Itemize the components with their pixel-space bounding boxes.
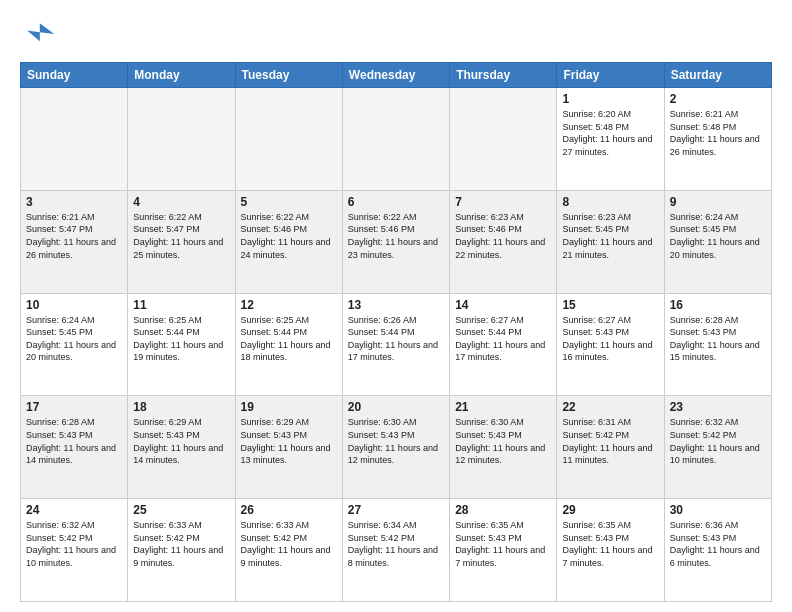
sunset-label: Sunset: 5:47 PM bbox=[26, 224, 93, 234]
sunset-label: Sunset: 5:45 PM bbox=[562, 224, 629, 234]
sunset-label: Sunset: 5:44 PM bbox=[241, 327, 308, 337]
day-info: Sunrise: 6:23 AM Sunset: 5:45 PM Dayligh… bbox=[562, 211, 658, 261]
day-info: Sunrise: 6:35 AM Sunset: 5:43 PM Dayligh… bbox=[562, 519, 658, 569]
logo bbox=[20, 16, 60, 52]
calendar-cell: 25 Sunrise: 6:33 AM Sunset: 5:42 PM Dayl… bbox=[128, 499, 235, 602]
daylight-label: Daylight: 11 hours and 8 minutes. bbox=[348, 545, 438, 568]
sunrise-label: Sunrise: 6:33 AM bbox=[133, 520, 202, 530]
weekday-header: Tuesday bbox=[235, 63, 342, 88]
day-info: Sunrise: 6:31 AM Sunset: 5:42 PM Dayligh… bbox=[562, 416, 658, 466]
daylight-label: Daylight: 11 hours and 13 minutes. bbox=[241, 443, 331, 466]
daylight-label: Daylight: 11 hours and 15 minutes. bbox=[670, 340, 760, 363]
day-number: 15 bbox=[562, 298, 658, 312]
sunset-label: Sunset: 5:44 PM bbox=[348, 327, 415, 337]
daylight-label: Daylight: 11 hours and 10 minutes. bbox=[26, 545, 116, 568]
calendar-cell: 19 Sunrise: 6:29 AM Sunset: 5:43 PM Dayl… bbox=[235, 396, 342, 499]
day-number: 22 bbox=[562, 400, 658, 414]
daylight-label: Daylight: 11 hours and 14 minutes. bbox=[26, 443, 116, 466]
day-info: Sunrise: 6:30 AM Sunset: 5:43 PM Dayligh… bbox=[455, 416, 551, 466]
day-info: Sunrise: 6:22 AM Sunset: 5:46 PM Dayligh… bbox=[241, 211, 337, 261]
day-number: 2 bbox=[670, 92, 766, 106]
calendar-cell: 21 Sunrise: 6:30 AM Sunset: 5:43 PM Dayl… bbox=[450, 396, 557, 499]
sunset-label: Sunset: 5:42 PM bbox=[562, 430, 629, 440]
calendar-table: SundayMondayTuesdayWednesdayThursdayFrid… bbox=[20, 62, 772, 602]
day-number: 1 bbox=[562, 92, 658, 106]
sunset-label: Sunset: 5:45 PM bbox=[26, 327, 93, 337]
calendar-cell: 11 Sunrise: 6:25 AM Sunset: 5:44 PM Dayl… bbox=[128, 293, 235, 396]
sunset-label: Sunset: 5:46 PM bbox=[348, 224, 415, 234]
calendar-cell: 1 Sunrise: 6:20 AM Sunset: 5:48 PM Dayli… bbox=[557, 88, 664, 191]
sunset-label: Sunset: 5:42 PM bbox=[670, 430, 737, 440]
calendar-cell bbox=[235, 88, 342, 191]
weekday-header: Friday bbox=[557, 63, 664, 88]
day-info: Sunrise: 6:23 AM Sunset: 5:46 PM Dayligh… bbox=[455, 211, 551, 261]
day-info: Sunrise: 6:22 AM Sunset: 5:47 PM Dayligh… bbox=[133, 211, 229, 261]
calendar-week: 17 Sunrise: 6:28 AM Sunset: 5:43 PM Dayl… bbox=[21, 396, 772, 499]
day-number: 12 bbox=[241, 298, 337, 312]
daylight-label: Daylight: 11 hours and 26 minutes. bbox=[26, 237, 116, 260]
day-number: 8 bbox=[562, 195, 658, 209]
sunrise-label: Sunrise: 6:30 AM bbox=[348, 417, 417, 427]
day-info: Sunrise: 6:28 AM Sunset: 5:43 PM Dayligh… bbox=[670, 314, 766, 364]
day-number: 11 bbox=[133, 298, 229, 312]
day-number: 16 bbox=[670, 298, 766, 312]
day-number: 9 bbox=[670, 195, 766, 209]
sunset-label: Sunset: 5:44 PM bbox=[455, 327, 522, 337]
calendar-week: 1 Sunrise: 6:20 AM Sunset: 5:48 PM Dayli… bbox=[21, 88, 772, 191]
daylight-label: Daylight: 11 hours and 16 minutes. bbox=[562, 340, 652, 363]
sunset-label: Sunset: 5:45 PM bbox=[670, 224, 737, 234]
calendar-cell: 28 Sunrise: 6:35 AM Sunset: 5:43 PM Dayl… bbox=[450, 499, 557, 602]
calendar-cell: 2 Sunrise: 6:21 AM Sunset: 5:48 PM Dayli… bbox=[664, 88, 771, 191]
sunset-label: Sunset: 5:43 PM bbox=[562, 327, 629, 337]
day-info: Sunrise: 6:26 AM Sunset: 5:44 PM Dayligh… bbox=[348, 314, 444, 364]
day-number: 5 bbox=[241, 195, 337, 209]
daylight-label: Daylight: 11 hours and 11 minutes. bbox=[562, 443, 652, 466]
sunset-label: Sunset: 5:42 PM bbox=[241, 533, 308, 543]
sunrise-label: Sunrise: 6:29 AM bbox=[133, 417, 202, 427]
day-number: 13 bbox=[348, 298, 444, 312]
sunset-label: Sunset: 5:43 PM bbox=[26, 430, 93, 440]
daylight-label: Daylight: 11 hours and 7 minutes. bbox=[455, 545, 545, 568]
sunrise-label: Sunrise: 6:35 AM bbox=[455, 520, 524, 530]
calendar-cell: 5 Sunrise: 6:22 AM Sunset: 5:46 PM Dayli… bbox=[235, 190, 342, 293]
day-info: Sunrise: 6:21 AM Sunset: 5:47 PM Dayligh… bbox=[26, 211, 122, 261]
day-info: Sunrise: 6:33 AM Sunset: 5:42 PM Dayligh… bbox=[241, 519, 337, 569]
sunset-label: Sunset: 5:44 PM bbox=[133, 327, 200, 337]
sunrise-label: Sunrise: 6:32 AM bbox=[670, 417, 739, 427]
day-number: 27 bbox=[348, 503, 444, 517]
calendar-cell: 17 Sunrise: 6:28 AM Sunset: 5:43 PM Dayl… bbox=[21, 396, 128, 499]
sunset-label: Sunset: 5:43 PM bbox=[670, 327, 737, 337]
daylight-label: Daylight: 11 hours and 18 minutes. bbox=[241, 340, 331, 363]
sunrise-label: Sunrise: 6:22 AM bbox=[133, 212, 202, 222]
sunrise-label: Sunrise: 6:27 AM bbox=[455, 315, 524, 325]
sunset-label: Sunset: 5:48 PM bbox=[562, 122, 629, 132]
calendar-cell: 12 Sunrise: 6:25 AM Sunset: 5:44 PM Dayl… bbox=[235, 293, 342, 396]
sunrise-label: Sunrise: 6:32 AM bbox=[26, 520, 95, 530]
day-info: Sunrise: 6:20 AM Sunset: 5:48 PM Dayligh… bbox=[562, 108, 658, 158]
daylight-label: Daylight: 11 hours and 7 minutes. bbox=[562, 545, 652, 568]
day-number: 23 bbox=[670, 400, 766, 414]
day-info: Sunrise: 6:27 AM Sunset: 5:43 PM Dayligh… bbox=[562, 314, 658, 364]
calendar-cell: 22 Sunrise: 6:31 AM Sunset: 5:42 PM Dayl… bbox=[557, 396, 664, 499]
header bbox=[20, 16, 772, 52]
day-info: Sunrise: 6:29 AM Sunset: 5:43 PM Dayligh… bbox=[133, 416, 229, 466]
calendar-week: 3 Sunrise: 6:21 AM Sunset: 5:47 PM Dayli… bbox=[21, 190, 772, 293]
day-info: Sunrise: 6:24 AM Sunset: 5:45 PM Dayligh… bbox=[670, 211, 766, 261]
day-number: 21 bbox=[455, 400, 551, 414]
weekday-header: Thursday bbox=[450, 63, 557, 88]
calendar-week: 10 Sunrise: 6:24 AM Sunset: 5:45 PM Dayl… bbox=[21, 293, 772, 396]
calendar-cell: 27 Sunrise: 6:34 AM Sunset: 5:42 PM Dayl… bbox=[342, 499, 449, 602]
day-number: 20 bbox=[348, 400, 444, 414]
calendar-cell: 30 Sunrise: 6:36 AM Sunset: 5:43 PM Dayl… bbox=[664, 499, 771, 602]
daylight-label: Daylight: 11 hours and 12 minutes. bbox=[455, 443, 545, 466]
sunrise-label: Sunrise: 6:29 AM bbox=[241, 417, 310, 427]
calendar-cell: 14 Sunrise: 6:27 AM Sunset: 5:44 PM Dayl… bbox=[450, 293, 557, 396]
calendar-cell: 15 Sunrise: 6:27 AM Sunset: 5:43 PM Dayl… bbox=[557, 293, 664, 396]
day-info: Sunrise: 6:28 AM Sunset: 5:43 PM Dayligh… bbox=[26, 416, 122, 466]
sunrise-label: Sunrise: 6:33 AM bbox=[241, 520, 310, 530]
svg-marker-0 bbox=[27, 23, 54, 41]
sunset-label: Sunset: 5:43 PM bbox=[241, 430, 308, 440]
day-number: 14 bbox=[455, 298, 551, 312]
day-number: 7 bbox=[455, 195, 551, 209]
day-info: Sunrise: 6:30 AM Sunset: 5:43 PM Dayligh… bbox=[348, 416, 444, 466]
